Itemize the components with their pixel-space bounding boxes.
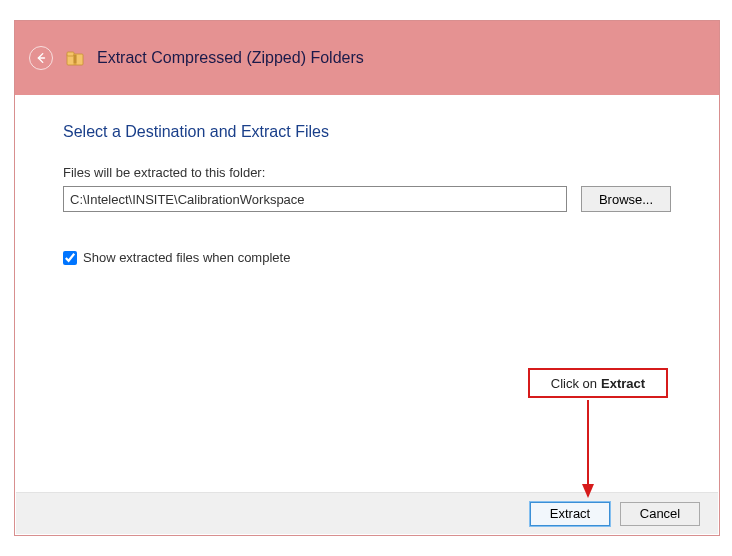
window-title: Extract Compressed (Zipped) Folders — [97, 49, 364, 67]
show-files-checkbox[interactable] — [63, 251, 77, 265]
cancel-button[interactable]: Cancel — [620, 502, 700, 526]
zipped-folder-icon — [65, 48, 85, 68]
page-heading: Select a Destination and Extract Files — [63, 123, 671, 141]
destination-row: Browse... — [63, 186, 671, 212]
annotation-text-strong: Extract — [601, 376, 645, 391]
destination-label: Files will be extracted to this folder: — [63, 165, 671, 180]
annotation-callout: Click on Extract — [528, 368, 668, 398]
browse-button[interactable]: Browse... — [581, 186, 671, 212]
svg-rect-5 — [74, 54, 77, 65]
wizard-body: Select a Destination and Extract Files F… — [15, 95, 719, 491]
wizard-footer: Extract Cancel — [16, 492, 718, 534]
svg-rect-4 — [67, 52, 74, 56]
back-button[interactable] — [29, 46, 53, 70]
wizard-window: Extract Compressed (Zipped) Folders Sele… — [14, 20, 720, 536]
annotation-text-prefix: Click on — [551, 376, 597, 391]
extract-button[interactable]: Extract — [530, 502, 610, 526]
destination-path-input[interactable] — [63, 186, 567, 212]
arrow-left-icon — [34, 51, 48, 65]
show-files-checkbox-row: Show extracted files when complete — [63, 250, 671, 265]
show-files-checkbox-label[interactable]: Show extracted files when complete — [83, 250, 290, 265]
header-bar: Extract Compressed (Zipped) Folders — [15, 21, 719, 95]
